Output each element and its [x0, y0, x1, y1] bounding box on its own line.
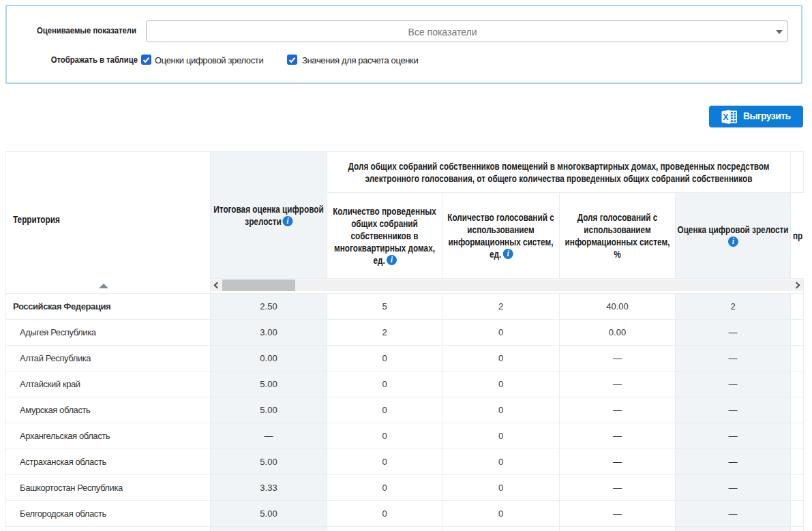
svg-text:X: X — [723, 112, 729, 122]
